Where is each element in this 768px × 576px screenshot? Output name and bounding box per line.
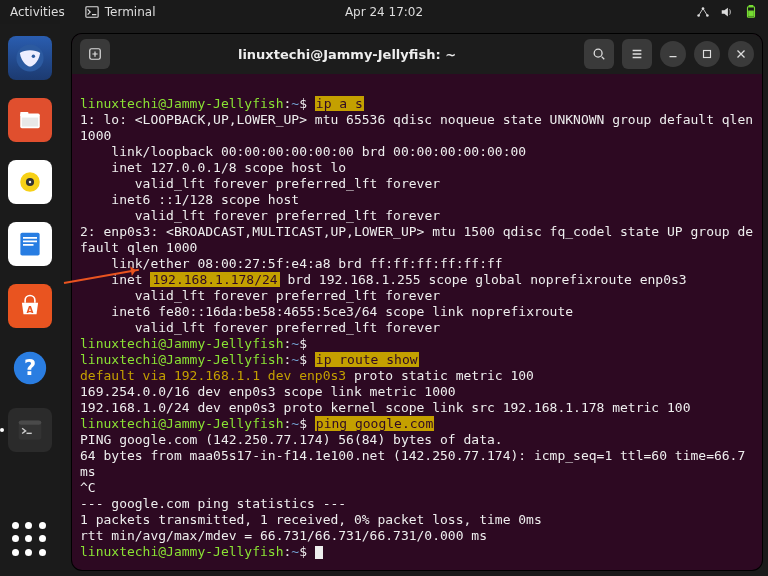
output-line: 1: lo: <LOOPBACK,UP,LOWER_UP> mtu 65536 … (80, 112, 761, 143)
output-line: rtt min/avg/max/mdev = 66.731/66.731/66.… (80, 528, 487, 543)
menu-button[interactable] (622, 39, 652, 69)
new-tab-button[interactable] (80, 39, 110, 69)
output-line: link/ether 08:00:27:5f:e4:a8 brd ff:ff:f… (80, 256, 503, 271)
command-ip-a-s: ip a s (315, 96, 364, 111)
output-line: ^C (80, 480, 96, 495)
output-line: brd 192.168.1.255 scope global noprefixr… (280, 272, 687, 287)
dock-item-terminal[interactable] (8, 408, 52, 452)
svg-rect-27 (704, 51, 711, 58)
terminal-content[interactable]: linuxtechi@Jammy-Jellyfish:~$ ip a s 1: … (72, 74, 762, 570)
dock-item-libreoffice-writer[interactable] (8, 222, 52, 266)
output-line: valid_lft forever preferred_lft forever (80, 208, 440, 223)
svg-text:A: A (27, 305, 34, 315)
dock-item-files[interactable] (8, 98, 52, 142)
show-applications-button[interactable] (12, 522, 48, 558)
command-ip-route: ip route show (315, 352, 419, 367)
window-title: linuxtechi@Jammy-Jellyfish: ~ (118, 47, 576, 62)
dock-item-thunderbird[interactable] (8, 36, 52, 80)
app-menu[interactable]: Terminal (85, 5, 156, 19)
output-line: valid_lft forever preferred_lft forever (80, 320, 440, 335)
output-line: inet 127.0.0.1/8 scope host lo (80, 160, 346, 175)
search-button[interactable] (584, 39, 614, 69)
gnome-topbar: Activities Terminal Apr 24 17:02 (0, 0, 768, 24)
app-menu-label: Terminal (105, 5, 156, 19)
minimize-button[interactable] (660, 41, 686, 67)
svg-rect-17 (23, 241, 37, 243)
clock[interactable]: Apr 24 17:02 (345, 5, 423, 19)
cursor (315, 546, 323, 559)
terminal-window: linuxtechi@Jammy-Jellyfish: ~ linuxtechi… (72, 34, 762, 570)
activities-button[interactable]: Activities (10, 5, 65, 19)
svg-point-14 (29, 181, 31, 183)
highlighted-ip: 192.168.1.178/24 (150, 272, 279, 287)
svg-rect-5 (749, 5, 753, 6)
output-line: 2: enp0s3: <BROADCAST,MULTICAST,UP,LOWER… (80, 224, 753, 255)
dock-item-rhythmbox[interactable] (8, 160, 52, 204)
ubuntu-dock: A ? (0, 24, 60, 576)
output-line: 169.254.0.0/16 dev enp0s3 scope link met… (80, 384, 456, 399)
svg-rect-6 (749, 11, 753, 16)
svg-rect-0 (86, 7, 98, 18)
svg-point-8 (32, 55, 35, 58)
output-line: 192.168.1.0/24 dev enp0s3 proto kernel s… (80, 400, 690, 415)
prompt-path: ~ (291, 96, 299, 111)
output-line: valid_lft forever preferred_lft forever (80, 176, 440, 191)
output-line: link/loopback 00:00:00:00:00:00 brd 00:0… (80, 144, 526, 159)
svg-rect-24 (27, 433, 32, 434)
svg-point-26 (594, 49, 602, 57)
output-line: valid_lft forever preferred_lft forever (80, 288, 440, 303)
svg-rect-23 (19, 420, 42, 424)
command-ping: ping google.com (315, 416, 434, 431)
close-button[interactable] (728, 41, 754, 67)
svg-text:?: ? (24, 356, 36, 380)
svg-rect-10 (20, 112, 28, 116)
dock-item-software[interactable]: A (8, 284, 52, 328)
output-line: default via 192.168.1.1 dev enp0s3 (80, 368, 346, 383)
battery-icon[interactable] (744, 5, 758, 19)
output-line: --- google.com ping statistics --- (80, 496, 346, 511)
output-line: PING google.com (142.250.77.174) 56(84) … (80, 432, 503, 447)
svg-rect-11 (22, 118, 38, 127)
output-line: 1 packets transmitted, 1 received, 0% pa… (80, 512, 542, 527)
network-icon[interactable] (696, 5, 710, 19)
output-line: inet6 ::1/128 scope host (80, 192, 299, 207)
dock-item-help[interactable]: ? (8, 346, 52, 390)
output-line: proto static metric 100 (346, 368, 534, 383)
volume-icon[interactable] (720, 5, 734, 19)
terminal-icon (85, 5, 99, 19)
maximize-button[interactable] (694, 41, 720, 67)
svg-rect-16 (23, 237, 37, 239)
svg-rect-18 (23, 244, 34, 246)
prompt-user: linuxtechi@Jammy-Jellyfish (80, 96, 284, 111)
output-line: 64 bytes from maa05s17-in-f14.1e100.net … (80, 448, 753, 479)
window-titlebar: linuxtechi@Jammy-Jellyfish: ~ (72, 34, 762, 74)
output-line: inet6 fe80::16da:be58:4655:5ce3/64 scope… (80, 304, 573, 319)
